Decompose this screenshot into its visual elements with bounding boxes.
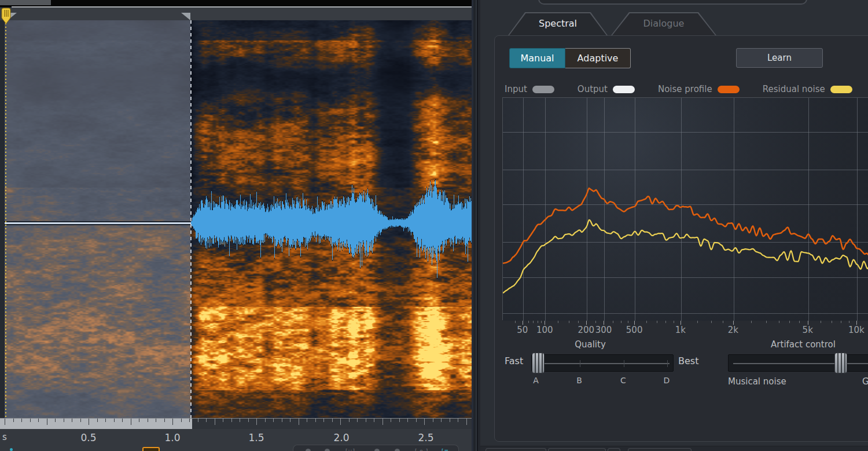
toolbar-marquee-icon[interactable]: [::] (345, 448, 355, 451)
spectrogram-waveform-display[interactable] (0, 20, 472, 418)
ruler-tick (290, 419, 290, 422)
ruler-tick (307, 419, 307, 422)
freq-minor-tick (779, 321, 779, 323)
adaptive-mode-button[interactable]: Adaptive (565, 48, 631, 68)
legend-label: Residual noise (763, 84, 825, 94)
ruler-tick (89, 419, 89, 425)
freq-minor-tick (821, 321, 821, 323)
quality-slider[interactable] (531, 354, 674, 372)
artifact-slider-handle[interactable] (834, 353, 847, 373)
ruler-tick (189, 419, 190, 422)
ruler-tick (374, 419, 374, 422)
tab-dialogue[interactable]: Dialogue (611, 12, 716, 35)
quality-step-d: D (661, 376, 672, 385)
manual-mode-button[interactable]: Manual (509, 48, 565, 68)
toolbar-circle-icon[interactable] (306, 449, 311, 451)
ruler-tick (30, 419, 31, 422)
marker-lane[interactable] (0, 8, 472, 20)
ruler-tick (315, 419, 316, 422)
ruler-tick (265, 419, 266, 422)
time-ruler[interactable] (0, 418, 472, 429)
tab-dialogue-label: Dialogue (611, 18, 716, 29)
toolbar-circle-icon[interactable] (395, 449, 400, 451)
legend-item-input[interactable]: Input (505, 84, 554, 94)
artifact-control-title: Artifact control (745, 339, 861, 350)
lower-button[interactable] (548, 448, 606, 451)
ruler-tick (97, 419, 98, 422)
noise-profile-graph (502, 97, 868, 320)
legend-color-pill (532, 86, 554, 93)
ruler-tick (433, 419, 433, 422)
rx-denoise-window: s 0.51.01.52.02.5 [::] [ o ] [≡ Spectral… (0, 0, 868, 451)
freq-major-tick (634, 321, 635, 325)
quality-step-b: B (573, 376, 585, 385)
learn-button[interactable]: Learn (736, 48, 823, 68)
ruler-tick (382, 419, 383, 425)
ruler-tick (299, 419, 299, 425)
ruler-tick (156, 419, 156, 422)
marker-pin-icon[interactable] (1, 8, 12, 25)
selection-end-handle-icon[interactable] (181, 13, 190, 20)
time-axis-label: 1.0 (160, 432, 185, 443)
selection-end-line[interactable] (190, 20, 192, 418)
legend-item-residual-noise[interactable]: Residual noise (763, 84, 852, 94)
legend-item-noise-profile[interactable]: Noise profile (658, 84, 740, 94)
graph-legend: InputOutputNoise profileResidual noiseCu… (505, 83, 868, 95)
freq-minor-tick (657, 321, 657, 323)
ruler-tick (215, 419, 215, 425)
toolbar-brackets-icon[interactable]: [ o ] (415, 448, 428, 451)
freq-minor-tick (578, 321, 579, 323)
ruler-tick (273, 419, 274, 422)
freq-minor-tick (751, 321, 752, 323)
legend-item-output[interactable]: Output (578, 84, 635, 94)
clip-gain-icon[interactable] (142, 447, 160, 451)
ruler-tick (416, 419, 417, 422)
ruler-tick (340, 419, 341, 425)
ruler-tick (349, 419, 350, 422)
freq-minor-tick (558, 321, 558, 323)
freq-minor-tick (766, 321, 767, 323)
panel-divider (472, 0, 480, 451)
ruler-tick (248, 419, 249, 422)
legend-color-pill (718, 86, 740, 93)
freq-minor-tick (613, 321, 613, 323)
ruler-tick (332, 419, 333, 422)
ruler-tick (80, 419, 81, 422)
freq-minor-tick (711, 321, 712, 323)
ruler-tick (21, 419, 22, 422)
freq-minor-tick (674, 321, 674, 323)
ruler-tick (441, 419, 442, 422)
ruler-tick (240, 419, 240, 422)
toolbar-active-selection-icon[interactable]: [≡ (442, 448, 449, 451)
lower-button[interactable] (628, 448, 692, 451)
ruler-tick (148, 419, 148, 422)
quality-slider-handle[interactable] (532, 353, 545, 373)
ruler-tick (164, 419, 165, 422)
ruler-tick (323, 419, 324, 422)
collapsed-header-outline (538, 0, 807, 5)
transport-icon[interactable] (10, 448, 13, 451)
slider-tick (580, 360, 580, 367)
quality-step-a: A (530, 376, 542, 385)
freq-major-tick (733, 321, 734, 325)
lower-section-strip (480, 446, 868, 451)
ruler-tick (231, 419, 232, 422)
lower-button[interactable] (608, 448, 620, 451)
toolbar-circle-icon[interactable] (374, 449, 380, 451)
tab-spectral[interactable]: Spectral (508, 12, 608, 35)
spectrogram-editor[interactable]: s 0.51.01.52.02.5 [::] [ o ] [≡ (0, 0, 472, 451)
ruler-tick (131, 419, 131, 425)
freq-minor-tick (595, 321, 596, 323)
freq-major-tick (681, 321, 681, 325)
ruler-tick (47, 419, 47, 425)
editor-bottom-toolbar[interactable]: [::] [ o ] [≡ (293, 445, 459, 451)
ruler-tick (55, 419, 56, 422)
lower-button[interactable] (486, 448, 546, 451)
freq-minor-tick (723, 321, 723, 323)
freq-major-tick (545, 321, 545, 325)
freq-minor-tick (538, 321, 538, 323)
toolbar-circle-icon[interactable] (325, 449, 330, 451)
ruler-tick (282, 419, 282, 422)
freq-minor-tick (697, 321, 698, 323)
freq-minor-tick (569, 321, 569, 323)
